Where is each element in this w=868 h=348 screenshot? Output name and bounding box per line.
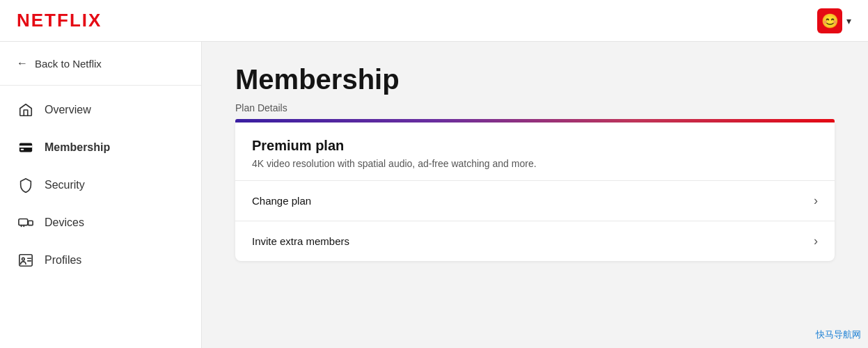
- invite-extra-members-action[interactable]: Invite extra members ›: [235, 221, 835, 261]
- house-icon: [17, 101, 35, 119]
- sidebar-item-security[interactable]: Security: [0, 166, 201, 204]
- sidebar-item-label-profiles: Profiles: [45, 254, 81, 267]
- svg-rect-1: [19, 145, 32, 148]
- sidebar-item-devices[interactable]: Devices: [0, 204, 201, 242]
- sidebar: ← Back to Netflix Overview: [0, 42, 202, 348]
- change-plan-label: Change plan: [252, 195, 311, 207]
- back-arrow-icon: ←: [17, 57, 28, 70]
- section-label: Plan Details: [235, 102, 835, 113]
- svg-rect-2: [21, 149, 24, 150]
- invite-extra-members-chevron-icon: ›: [814, 234, 818, 248]
- change-plan-chevron-icon: ›: [814, 193, 818, 208]
- plan-card: Premium plan 4K video resolution with sp…: [235, 122, 835, 261]
- plan-name: Premium plan: [252, 138, 818, 154]
- nav-items: Overview Membership: [0, 86, 201, 285]
- chevron-down-icon[interactable]: ▾: [846, 15, 851, 26]
- avatar-emoji: 😊: [821, 13, 839, 29]
- profiles-icon: [17, 251, 35, 269]
- netflix-logo: NETFLIX: [17, 10, 102, 31]
- watermark: 快马导航网: [816, 329, 861, 341]
- sidebar-item-profiles[interactable]: Profiles: [0, 242, 201, 279]
- app-header: NETFLIX 😊 ▾: [0, 0, 868, 42]
- sidebar-item-label-overview: Overview: [45, 104, 91, 116]
- avatar[interactable]: 😊: [817, 8, 842, 33]
- sidebar-item-label-membership: Membership: [45, 141, 110, 154]
- shield-icon: [17, 176, 35, 194]
- sidebar-item-label-security: Security: [45, 179, 85, 191]
- svg-rect-4: [29, 221, 33, 225]
- plan-header: Premium plan 4K video resolution with sp…: [235, 122, 835, 181]
- sidebar-item-label-devices: Devices: [45, 216, 84, 229]
- page-title: Membership: [235, 64, 835, 95]
- invite-extra-members-label: Invite extra members: [252, 235, 349, 247]
- sidebar-item-overview[interactable]: Overview: [0, 91, 201, 129]
- main-container: ← Back to Netflix Overview: [0, 42, 868, 348]
- card-icon: [17, 139, 35, 157]
- back-to-netflix-link[interactable]: ← Back to Netflix: [0, 42, 201, 86]
- change-plan-action[interactable]: Change plan ›: [235, 181, 835, 221]
- header-right: 😊 ▾: [817, 8, 851, 33]
- plan-description: 4K video resolution with spatial audio, …: [252, 158, 818, 169]
- back-label: Back to Netflix: [35, 58, 102, 70]
- svg-rect-3: [19, 219, 28, 226]
- content-area: Membership Plan Details Premium plan 4K …: [202, 42, 868, 348]
- svg-point-8: [22, 258, 25, 260]
- sidebar-item-membership[interactable]: Membership: [0, 129, 201, 166]
- devices-icon: [17, 214, 35, 232]
